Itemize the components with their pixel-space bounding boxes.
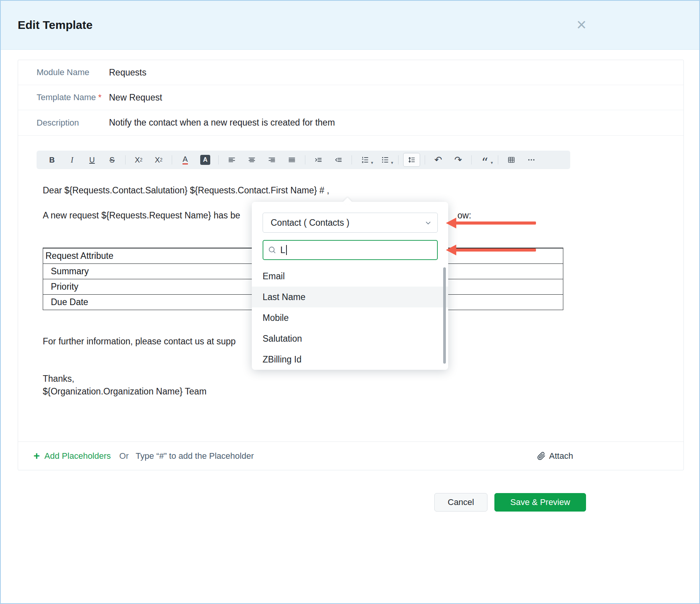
annotation-arrow-search [446,245,536,255]
or-label: Or [119,451,129,461]
module-select-dropdown[interactable]: Contact ( Contacts ) [263,213,438,233]
dialog-header: Edit Template × [1,1,699,50]
search-input-value: L [280,245,285,255]
toolbar-separator [352,155,352,164]
bold-button[interactable]: B [44,153,60,167]
template-name-row: Template Name* New Request [18,85,683,110]
annotation-arrow-dropdown [446,218,536,228]
subscript-button[interactable]: X2 [130,153,147,167]
list-item[interactable]: Mobile [252,307,448,328]
popup-scrollbar[interactable] [443,267,446,364]
arrow-head [446,218,456,228]
attach-label: Attach [549,451,573,461]
align-justify-icon[interactable] [283,153,300,167]
toolbar-separator [498,155,498,164]
text-cursor [286,245,287,255]
editor-paragraph: ${Organization.Organization Name} Team [43,386,206,397]
toolbar-separator [125,155,126,164]
table-cell: Due Date [43,297,88,307]
attach-button[interactable]: Attach [537,451,573,461]
line-height-button[interactable] [403,153,420,167]
plus-icon[interactable]: + [33,450,40,462]
arrow-shaft [455,221,536,225]
table-header-cell: Request Attribute [43,251,113,261]
editor-paragraph: A new request ${Requests.Request Name} h… [43,210,240,221]
align-left-icon[interactable] [223,153,240,167]
template-name-value[interactable]: New Request [109,92,162,103]
outdent-icon[interactable] [330,153,347,167]
required-asterisk: * [98,92,102,102]
italic-button[interactable]: I [64,153,80,167]
description-value[interactable]: Notify the contact when a new request is… [109,117,335,128]
add-placeholders-link[interactable]: Add Placeholders [44,451,111,461]
undo-button[interactable]: ↶ [430,153,447,167]
save-preview-button[interactable]: Save & Preview [494,493,586,512]
list-item[interactable]: Email [252,266,448,287]
editor-paragraph: Dear ${Requests.Contact.Salutation} ${Re… [43,185,329,196]
toolbar-separator [172,155,172,164]
editor-paragraph: Thanks, [43,374,74,384]
strikethrough-button[interactable]: S [104,153,121,167]
chevron-down-icon: ▾ [391,160,393,165]
edit-template-dialog: Edit Template × Module Name Requests Tem… [0,0,700,604]
table-cell: Summary [43,266,89,277]
module-name-value: Requests [109,67,146,78]
table-cell: Priority [43,282,79,292]
description-row: Description Notify the contact when a ne… [18,110,683,136]
module-name-row: Module Name Requests [18,60,683,85]
highlight-color-button[interactable]: A [197,153,214,167]
placeholder-search-input[interactable]: L [263,240,438,260]
close-icon[interactable]: × [572,15,591,35]
chevron-down-icon: ▾ [491,160,493,165]
list-item[interactable]: ZBilling Id [252,349,448,370]
insert-table-button[interactable] [503,153,520,167]
arrow-head [446,245,456,255]
toolbar-separator [471,155,472,164]
type-hash-hint: Type “#” to add the Placeholder [136,451,254,461]
toolbar-separator [425,155,425,164]
toolbar-separator [398,155,399,164]
paperclip-icon [537,452,546,460]
toolbar-separator [218,155,219,164]
module-select-value: Contact ( Contacts ) [271,218,350,228]
more-options-button[interactable] [523,153,540,167]
toolbar-separator [305,155,305,164]
module-name-label: Module Name [37,67,89,77]
align-right-icon[interactable] [263,153,280,167]
ordered-list-button[interactable]: ▾ [357,153,373,167]
chevron-down-icon [424,219,432,227]
superscript-button[interactable]: X2 [150,153,167,167]
page-title: Edit Template [18,18,92,32]
underline-button[interactable]: U [84,153,100,167]
bullet-list-button[interactable]: ▾ [377,153,394,167]
list-item-highlighted[interactable]: Last Name [252,287,448,307]
align-center-icon[interactable] [243,153,260,167]
placeholder-bar: + Add Placeholders Or Type “#” to add th… [18,441,683,470]
cancel-button[interactable]: Cancel [434,493,487,512]
blockquote-button[interactable]: “ ▾ [476,153,493,167]
template-name-label: Template Name* [37,92,102,102]
editor-toolbar: B I U S X2 X2 A A [37,151,570,169]
redo-button[interactable]: ↷ [450,153,467,167]
placeholder-field-list: Email Last Name Mobile Salutation ZBilli… [252,266,448,370]
editor-paragraph: For further information, please contact … [43,336,236,347]
list-item[interactable]: Salutation [252,328,448,349]
font-color-button[interactable]: A [177,153,194,167]
description-label: Description [37,118,79,128]
placeholder-picker-popup: Contact ( Contacts ) L Email Last Name M… [252,202,448,370]
chevron-down-icon: ▾ [371,160,373,165]
search-icon [268,246,276,254]
arrow-shaft [455,248,536,252]
indent-icon[interactable] [310,153,327,167]
